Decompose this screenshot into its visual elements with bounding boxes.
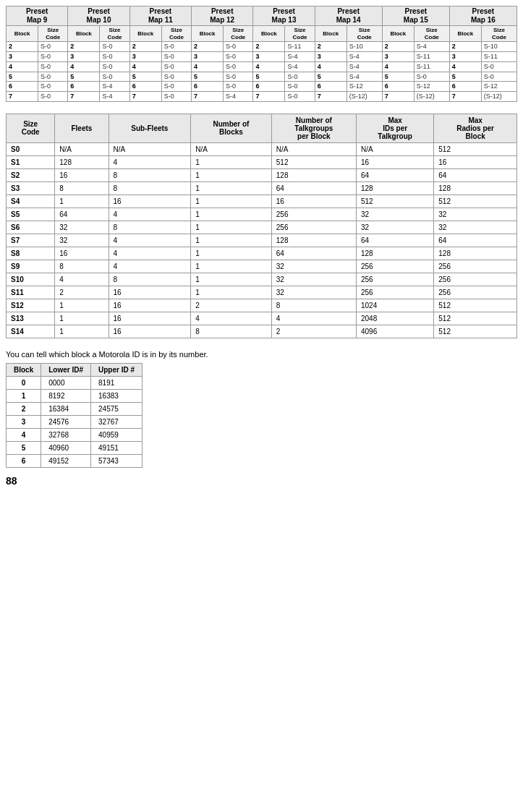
block-cell-map14-row0: 2 (315, 42, 346, 52)
size-code-cell-14-4: 2 (271, 325, 356, 338)
size-code-cell-9-2: 4 (109, 260, 191, 273)
sizecode-cell-map9-row1: S-0 (38, 51, 68, 61)
size-code-cell-6-0: S6 (7, 221, 55, 234)
block-cell-map12-row3: 5 (192, 72, 224, 82)
sizecode-cell-map13-row4: S-0 (285, 82, 315, 92)
size-code-cell-9-1: 8 (55, 260, 109, 273)
size-code-cell-0-5: N/A (356, 142, 433, 155)
size-code-cell-5-3: 1 (191, 208, 272, 221)
block-cell-map10-row3: 5 (68, 72, 100, 82)
size-code-cell-11-2: 16 (109, 286, 191, 299)
sizecode-cell-map12-row2: S-0 (224, 61, 253, 72)
size-code-cell-1-1: 128 (55, 155, 109, 168)
block-cell-map14-row1: 3 (315, 51, 346, 61)
block-cell-map9-row4: 6 (7, 82, 38, 92)
sizecode-cell-map12-row0: S-0 (224, 42, 253, 52)
block-cell-map15-row0: 2 (382, 42, 414, 52)
size-code-col-header-5: Max IDs per Talkgroup (356, 114, 433, 142)
block-cell-map9-row1: 3 (7, 51, 38, 61)
size-code-cell-1-0: S1 (7, 155, 55, 168)
size-code-cell-12-2: 16 (109, 299, 191, 312)
sizecode-cell-map13-row3: S-0 (285, 72, 315, 82)
size-code-cell-4-6: 512 (434, 195, 517, 208)
size-code-cell-9-5: 256 (356, 260, 433, 273)
sizecode-cell-map11-row1: S-0 (161, 51, 191, 61)
preset-map-header-9: Preset Map 9 (7, 7, 68, 26)
block-table-cell-0-0: 0 (7, 376, 41, 389)
size-code-row-10: S1048132256256 (7, 273, 517, 286)
sizecode-cell-map9-row4: S-0 (38, 82, 68, 92)
block-cell-map11-row1: 3 (129, 51, 161, 61)
block-cell-map11-row4: 6 (129, 82, 161, 92)
size-code-col-header-3: Number of Blocks (191, 114, 272, 142)
sizecode-cell-map15-row1: S-11 (414, 51, 449, 61)
sizecode-cell-map10-row3: S-0 (100, 72, 129, 82)
size-code-cell-7-4: 128 (271, 234, 356, 247)
block-cell-map10-row1: 3 (68, 51, 100, 61)
block-table-cell-2-1: 16384 (41, 402, 91, 415)
size-code-cell-2-3: 1 (191, 168, 272, 181)
size-code-row-4: S4116116512512 (7, 195, 517, 208)
sizecode-cell-map15-row4: S-12 (414, 82, 449, 92)
sizecode-cell-map16-row1: S-11 (481, 51, 516, 61)
block-cell-map12-row5: 7 (192, 92, 224, 102)
block-table-cell-2-0: 2 (7, 402, 41, 415)
size-code-cell-1-6: 16 (434, 155, 517, 168)
block-cell-map12-row2: 4 (192, 61, 224, 72)
size-code-cell-4-3: 1 (191, 195, 272, 208)
block-cell-map16-row2: 4 (449, 61, 481, 72)
size-code-cell-12-0: S12 (7, 299, 55, 312)
size-code-cell-14-2: 16 (109, 325, 191, 338)
size-code-col-header-1: Fleets (55, 114, 109, 142)
block-subheader-6: Block (382, 26, 414, 42)
size-code-cell-3-5: 128 (356, 181, 433, 195)
size-code-cell-4-4: 16 (271, 195, 356, 208)
sizecode-subheader-2: Size Code (161, 26, 191, 42)
size-code-cell-2-5: 64 (356, 168, 433, 181)
size-code-cell-12-6: 512 (434, 299, 517, 312)
size-code-cell-1-3: 1 (191, 155, 272, 168)
size-code-cell-14-3: 8 (191, 325, 272, 338)
block-cell-map9-row3: 5 (7, 72, 38, 82)
block-cell-map11-row2: 4 (129, 61, 161, 72)
size-code-cell-1-2: 4 (109, 155, 191, 168)
sizecode-cell-map12-row1: S-0 (224, 51, 253, 61)
block-cell-map16-row1: 3 (449, 51, 481, 61)
preset-map-header-13: Preset Map 13 (253, 7, 315, 26)
sizecode-cell-map9-row2: S-0 (38, 61, 68, 72)
block-cell-map14-row5: 7 (315, 92, 346, 102)
sizecode-cell-map11-row3: S-0 (161, 72, 191, 82)
size-code-cell-3-3: 1 (191, 181, 272, 195)
block-cell-map14-row2: 4 (315, 61, 346, 72)
size-code-cell-9-4: 32 (271, 260, 356, 273)
preset-maps-row-1: 3S-03S-03S-03S-03S-43S-43S-113S-11 (7, 51, 517, 61)
size-code-row-9: S984132256256 (7, 260, 517, 273)
size-code-row-13: S13116442048512 (7, 312, 517, 325)
sizecode-cell-map9-row0: S-0 (38, 42, 68, 52)
size-code-cell-13-2: 16 (109, 312, 191, 325)
size-code-row-3: S388164128128 (7, 181, 517, 195)
size-code-cell-3-0: S3 (7, 181, 55, 195)
size-code-row-14: S14116824096512 (7, 325, 517, 338)
size-code-row-7: S732411286464 (7, 234, 517, 247)
block-table-col-header-0: Block (7, 363, 41, 376)
size-code-cell-12-1: 1 (55, 299, 109, 312)
size-code-cell-6-1: 32 (55, 221, 109, 234)
sizecode-cell-map15-row2: S-11 (414, 61, 449, 72)
sizecode-subheader-6: Size Code (414, 26, 449, 42)
size-code-cell-8-0: S8 (7, 247, 55, 260)
block-cell-map15-row5: 7 (382, 92, 414, 102)
size-code-cell-13-4: 4 (271, 312, 356, 325)
sizecode-cell-map11-row0: S-0 (161, 42, 191, 52)
size-code-cell-6-4: 256 (271, 221, 356, 234)
info-text: You can tell which block a Motorola ID i… (6, 350, 517, 359)
block-cell-map16-row0: 2 (449, 42, 481, 52)
size-code-cell-14-6: 512 (434, 325, 517, 338)
preset-maps-row-3: 5S-05S-05S-05S-05S-05S-45S-05S-0 (7, 72, 517, 82)
block-subheader-4: Block (253, 26, 285, 42)
sizecode-subheader-1: Size Code (100, 26, 129, 42)
size-code-col-header-0: Size Code (7, 114, 55, 142)
block-subheader-7: Block (449, 26, 481, 42)
size-code-cell-3-6: 128 (434, 181, 517, 195)
block-table-col-header-1: Lower ID# (41, 363, 91, 376)
